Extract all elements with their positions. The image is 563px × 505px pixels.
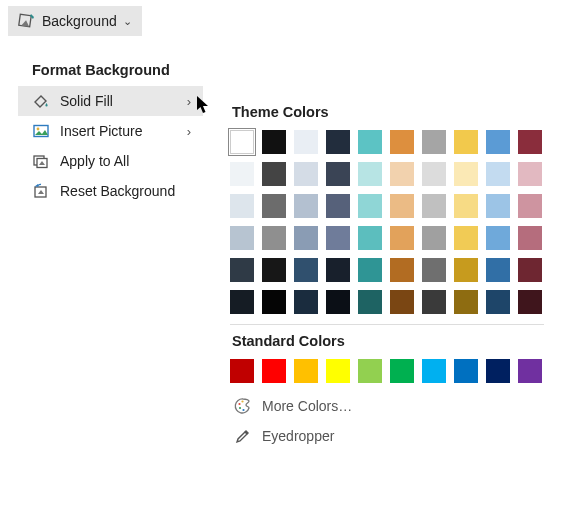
svg-point-7 — [239, 407, 241, 409]
more-colors-label: More Colors… — [262, 398, 352, 414]
standard-color-swatch[interactable] — [262, 359, 286, 383]
theme-color-swatch[interactable] — [518, 226, 542, 250]
theme-color-swatch[interactable] — [326, 290, 350, 314]
theme-color-swatch[interactable] — [230, 162, 254, 186]
theme-color-swatch[interactable] — [294, 130, 318, 154]
standard-color-swatch[interactable] — [518, 359, 542, 383]
svg-point-9 — [241, 400, 243, 402]
theme-color-swatch[interactable] — [262, 130, 286, 154]
theme-color-swatch[interactable] — [358, 290, 382, 314]
theme-color-swatch[interactable] — [486, 226, 510, 250]
theme-color-swatch[interactable] — [326, 162, 350, 186]
theme-color-swatch[interactable] — [358, 130, 382, 154]
theme-colors-grid-shades — [230, 162, 558, 314]
menu-title: Format Background — [18, 58, 203, 86]
theme-color-swatch[interactable] — [518, 290, 542, 314]
reset-icon — [32, 182, 50, 200]
standard-color-swatch[interactable] — [390, 359, 414, 383]
theme-color-swatch[interactable] — [326, 258, 350, 282]
theme-color-swatch[interactable] — [294, 194, 318, 218]
theme-color-swatch[interactable] — [486, 130, 510, 154]
svg-point-8 — [242, 409, 244, 411]
menu-item-apply-all[interactable]: Apply to All — [18, 146, 203, 176]
theme-color-swatch[interactable] — [262, 194, 286, 218]
theme-color-swatch[interactable] — [294, 226, 318, 250]
theme-color-swatch[interactable] — [262, 258, 286, 282]
theme-color-swatch[interactable] — [390, 258, 414, 282]
theme-color-swatch[interactable] — [230, 290, 254, 314]
theme-color-swatch[interactable] — [422, 290, 446, 314]
menu-item-label: Solid Fill — [60, 93, 113, 109]
theme-color-swatch[interactable] — [230, 194, 254, 218]
menu-item-insert-picture[interactable]: Insert Picture › — [18, 116, 203, 146]
theme-color-swatch[interactable] — [422, 226, 446, 250]
theme-color-swatch[interactable] — [454, 194, 478, 218]
menu-item-label: Apply to All — [60, 153, 129, 169]
standard-color-swatch[interactable] — [486, 359, 510, 383]
theme-color-swatch[interactable] — [518, 130, 542, 154]
theme-color-swatch[interactable] — [422, 194, 446, 218]
standard-color-swatch[interactable] — [294, 359, 318, 383]
theme-color-swatch[interactable] — [486, 162, 510, 186]
format-background-icon — [18, 12, 36, 30]
svg-point-2 — [37, 128, 40, 131]
standard-color-swatch[interactable] — [326, 359, 350, 383]
theme-color-swatch[interactable] — [358, 258, 382, 282]
theme-color-swatch[interactable] — [422, 258, 446, 282]
standard-color-swatch[interactable] — [422, 359, 446, 383]
theme-color-swatch[interactable] — [518, 194, 542, 218]
theme-color-swatch[interactable] — [454, 226, 478, 250]
eyedropper-label: Eyedropper — [262, 428, 334, 444]
theme-color-swatch[interactable] — [422, 162, 446, 186]
theme-color-swatch[interactable] — [518, 258, 542, 282]
picture-icon — [32, 122, 50, 140]
theme-color-swatch[interactable] — [262, 226, 286, 250]
more-colors-button[interactable]: More Colors… — [230, 391, 558, 421]
theme-color-swatch[interactable] — [454, 290, 478, 314]
theme-color-swatch[interactable] — [390, 290, 414, 314]
standard-color-swatch[interactable] — [230, 359, 254, 383]
theme-color-swatch[interactable] — [326, 194, 350, 218]
theme-color-swatch[interactable] — [262, 162, 286, 186]
theme-color-swatch[interactable] — [294, 290, 318, 314]
theme-color-swatch[interactable] — [230, 258, 254, 282]
palette-icon — [234, 397, 252, 415]
theme-color-swatch[interactable] — [230, 226, 254, 250]
theme-color-swatch[interactable] — [390, 226, 414, 250]
theme-color-swatch[interactable] — [230, 130, 254, 154]
theme-color-swatch[interactable] — [326, 226, 350, 250]
theme-color-swatch[interactable] — [454, 130, 478, 154]
background-dropdown-button[interactable]: Background ⌄ — [8, 6, 142, 36]
chevron-right-icon: › — [187, 124, 191, 139]
eyedropper-button[interactable]: Eyedropper — [230, 421, 558, 451]
menu-item-reset-background[interactable]: Reset Background — [18, 176, 203, 206]
theme-color-swatch[interactable] — [486, 194, 510, 218]
theme-color-swatch[interactable] — [358, 194, 382, 218]
theme-color-swatch[interactable] — [454, 258, 478, 282]
theme-color-swatch[interactable] — [390, 130, 414, 154]
menu-item-solid-fill[interactable]: Solid Fill › — [18, 86, 203, 116]
theme-colors-title: Theme Colors — [232, 104, 558, 120]
theme-color-swatch[interactable] — [358, 162, 382, 186]
format-background-menu: Format Background Solid Fill › Insert Pi… — [18, 50, 203, 216]
theme-color-swatch[interactable] — [486, 290, 510, 314]
theme-color-swatch[interactable] — [518, 162, 542, 186]
divider — [230, 324, 544, 325]
theme-color-swatch[interactable] — [262, 290, 286, 314]
theme-color-swatch[interactable] — [294, 258, 318, 282]
standard-color-swatch[interactable] — [358, 359, 382, 383]
theme-color-swatch[interactable] — [358, 226, 382, 250]
theme-color-swatch[interactable] — [390, 162, 414, 186]
theme-color-swatch[interactable] — [294, 162, 318, 186]
eyedropper-icon — [234, 427, 252, 445]
background-dropdown-label: Background — [42, 13, 117, 29]
standard-color-swatch[interactable] — [454, 359, 478, 383]
theme-colors-grid — [230, 130, 558, 154]
theme-color-swatch[interactable] — [390, 194, 414, 218]
menu-item-label: Insert Picture — [60, 123, 142, 139]
theme-color-swatch[interactable] — [486, 258, 510, 282]
theme-color-swatch[interactable] — [422, 130, 446, 154]
theme-color-swatch[interactable] — [326, 130, 350, 154]
theme-color-swatch[interactable] — [454, 162, 478, 186]
color-picker-panel: Theme Colors Standard Colors More Colors… — [218, 92, 558, 461]
